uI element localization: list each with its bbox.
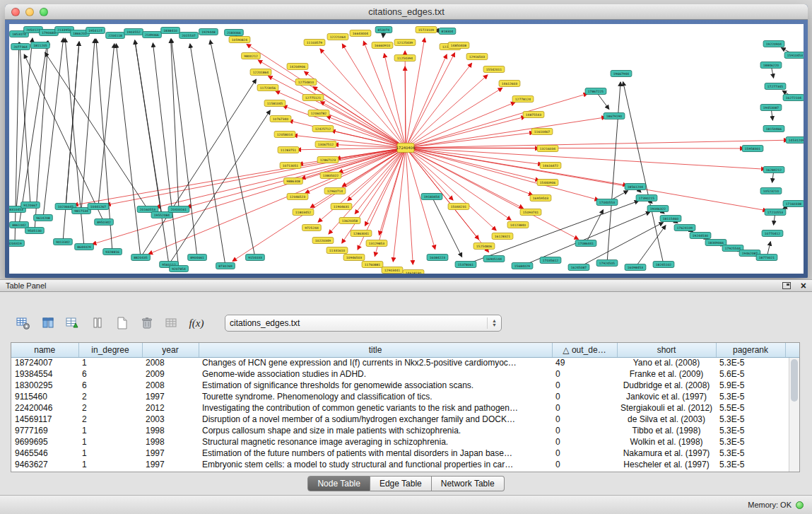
network-node[interactable]: 12960714 xyxy=(324,188,346,194)
network-edge[interactable] xyxy=(406,148,767,211)
network-node[interactable]: 12754810 xyxy=(295,79,317,86)
zoom-window-button[interactable] xyxy=(40,8,48,16)
network-node[interactable]: 8904661 xyxy=(188,255,207,261)
table-row[interactable]: 1830029562008Estimation of significance … xyxy=(11,380,799,391)
show-columns-button[interactable] xyxy=(39,314,57,332)
network-edge[interactable] xyxy=(171,39,197,257)
network-canvas[interactable]: 1853074205012117906832133950186620119541… xyxy=(9,24,804,274)
delete-button[interactable] xyxy=(138,314,156,332)
network-edge[interactable] xyxy=(65,38,84,247)
network-edge[interactable] xyxy=(24,54,104,222)
network-edge[interactable] xyxy=(406,148,744,148)
network-node[interactable]: 15542011 xyxy=(483,66,505,73)
table-row[interactable]: 977716911998Corpus callosum shape and si… xyxy=(11,425,799,436)
network-edge[interactable] xyxy=(313,87,406,148)
network-node[interactable]: 14875543 xyxy=(523,112,544,118)
network-edge[interactable] xyxy=(210,40,255,257)
network-hub-node[interactable]: 17240406 xyxy=(396,144,415,153)
network-node[interactable]: 2015537 xyxy=(180,33,199,39)
network-edge[interactable] xyxy=(406,148,599,200)
network-node[interactable]: 17035612 xyxy=(540,257,561,264)
network-edge[interactable] xyxy=(393,148,406,262)
network-node[interactable]: 11803452 xyxy=(293,209,314,216)
network-node[interactable]: 10767340 xyxy=(270,116,291,122)
network-edge[interactable] xyxy=(116,44,141,257)
network-node[interactable]: 18115460 xyxy=(660,216,681,222)
network-node[interactable]: 9207854 xyxy=(170,266,189,272)
network-node[interactable]: 17867225 xyxy=(585,88,606,95)
network-node[interactable]: 11723056 xyxy=(257,85,278,91)
table-row[interactable]: 911546021997Tourette syndrome. Phenomeno… xyxy=(11,391,799,402)
network-node[interactable]: 18561204 xyxy=(625,184,646,190)
network-node[interactable]: 16084223 xyxy=(427,255,448,261)
network-node[interactable]: 17624109 xyxy=(674,225,695,231)
network-edge[interactable] xyxy=(586,210,604,243)
network-node[interactable]: 19183454 xyxy=(421,194,442,200)
network-node[interactable]: 13805022 xyxy=(320,173,341,179)
network-node[interactable]: 15910453 xyxy=(784,52,804,59)
table-settings-button[interactable] xyxy=(14,314,33,332)
network-node[interactable]: 13067512 xyxy=(315,141,336,148)
column-header-short[interactable]: short xyxy=(617,343,716,357)
network-edge[interactable] xyxy=(406,75,488,148)
network-node[interactable]: 12425712 xyxy=(312,126,334,132)
network-node[interactable]: 1811205 xyxy=(31,42,50,49)
minimize-window-button[interactable] xyxy=(25,8,34,16)
column-header-out_de[interactable]: △ out_de… xyxy=(552,343,617,357)
network-node[interactable]: 12201864 xyxy=(250,69,271,76)
network-node[interactable]: 19220904 xyxy=(763,41,784,47)
network-node[interactable]: 15684029 xyxy=(512,263,533,269)
network-node[interactable]: 16272104 xyxy=(783,95,804,101)
network-node[interactable]: 17040553 xyxy=(596,199,618,206)
rows-button[interactable] xyxy=(88,314,107,332)
column-header-title[interactable]: title xyxy=(199,343,552,357)
network-edge[interactable] xyxy=(293,135,406,148)
network-edge[interactable] xyxy=(466,201,639,264)
network-node[interactable]: 2204118 xyxy=(106,33,125,39)
network-node[interactable]: 12916503 xyxy=(466,54,488,60)
network-node[interactable]: 14204906 xyxy=(287,64,308,70)
network-node[interactable]: 14123840 xyxy=(507,222,529,228)
close-window-button[interactable] xyxy=(11,8,20,16)
network-node[interactable]: 9328816 xyxy=(103,249,122,255)
table-row[interactable]: 969969511998Structural magnetic resonanc… xyxy=(11,436,799,448)
network-node[interactable]: 17210553 xyxy=(765,209,786,216)
network-node[interactable]: 19244530 xyxy=(690,233,711,239)
network-node[interactable]: 12221064 xyxy=(327,34,348,40)
network-node[interactable]: 10220349 xyxy=(312,238,334,244)
network-edge[interactable] xyxy=(406,53,455,148)
network-node[interactable]: 16643004 xyxy=(350,30,371,37)
network-node[interactable]: 16128321 xyxy=(492,233,513,240)
network-node[interactable]: 19453087 xyxy=(760,105,782,111)
network-edge[interactable] xyxy=(384,54,406,148)
network-node[interactable]: 16098453 xyxy=(625,264,646,271)
network-node[interactable]: 18679190 xyxy=(604,113,625,119)
network-node[interactable]: 14850408 xyxy=(448,42,469,49)
tab-node-table[interactable]: Node Table xyxy=(307,476,370,491)
network-node[interactable]: 17924505 xyxy=(596,260,618,267)
network-edge[interactable] xyxy=(406,148,413,264)
scrollbar-thumb[interactable] xyxy=(791,359,798,402)
network-edge[interactable] xyxy=(406,88,502,148)
tab-edge-table[interactable]: Edge Table xyxy=(370,476,432,491)
network-node[interactable]: 9013342 xyxy=(54,239,73,245)
network-node[interactable]: 11581045 xyxy=(264,100,286,107)
network-edge[interactable] xyxy=(406,140,788,148)
network-node[interactable]: 16905144 xyxy=(483,256,505,262)
table-row[interactable]: 1872400712008Changes of HCN gene express… xyxy=(11,357,799,368)
network-node[interactable]: 17086441 xyxy=(575,240,596,247)
network-node[interactable]: 853074 xyxy=(375,27,392,33)
network-node[interactable]: 12775121 xyxy=(302,95,324,101)
network-node[interactable]: 8730269 xyxy=(216,263,235,269)
network-edge[interactable] xyxy=(607,82,620,263)
network-node[interactable]: 10713051 xyxy=(280,163,301,169)
tab-network-table[interactable]: Network Table xyxy=(432,476,505,491)
network-node[interactable]: 15378061 xyxy=(455,262,476,268)
network-node[interactable]: 16660910 xyxy=(372,42,393,49)
network-node[interactable]: 9725244 xyxy=(302,225,322,231)
network-node[interactable]: 17390215 xyxy=(636,195,657,201)
network-node[interactable]: 10770412 xyxy=(762,230,783,237)
network-node[interactable]: 12125439 xyxy=(394,40,416,46)
network-node[interactable]: 11283751 xyxy=(278,147,299,153)
network-node[interactable]: 15093741 xyxy=(520,209,541,216)
